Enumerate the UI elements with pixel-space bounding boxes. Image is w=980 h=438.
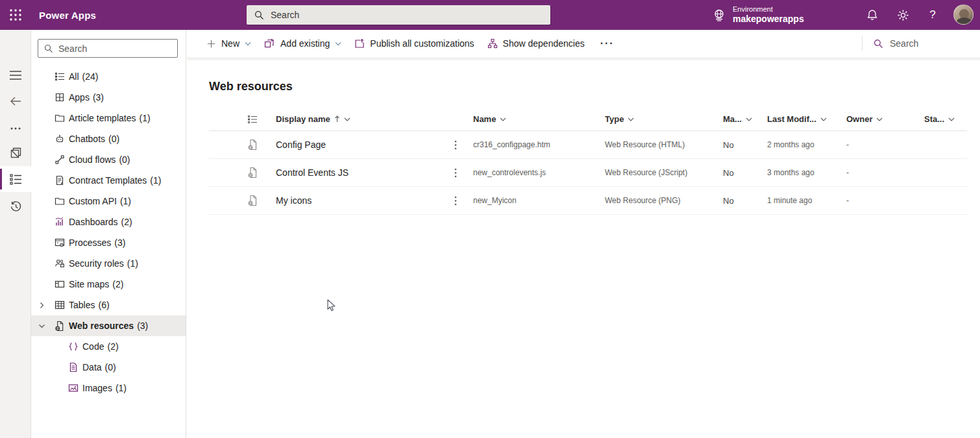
- dependencies-icon: [487, 38, 498, 49]
- cell-last-modified: 1 minute ago: [767, 196, 846, 205]
- arrow-left-icon: [10, 96, 21, 106]
- column-header-type[interactable]: Type: [605, 114, 723, 124]
- nav-search-input[interactable]: [58, 43, 169, 54]
- cell-display-name[interactable]: Control Events JS: [276, 167, 449, 178]
- nav-item-site-maps[interactable]: Site maps(2): [31, 274, 186, 295]
- solutions-objects-button[interactable]: [0, 166, 31, 192]
- content-area: Web resources Display name Name: [187, 80, 980, 215]
- show-dependencies-button[interactable]: Show dependencies: [487, 30, 585, 57]
- nav-item-images[interactable]: Images(1): [31, 378, 186, 398]
- column-header-managed[interactable]: Ma...: [723, 114, 767, 124]
- vertical-ellipsis-icon: [454, 196, 457, 206]
- nav-item-dashboards[interactable]: Dashboards(2): [31, 212, 186, 232]
- page-title: Web resources: [209, 80, 980, 93]
- nav-item-security-roles[interactable]: Security roles(1): [31, 253, 186, 274]
- nav-item-processes[interactable]: Processes(3): [31, 232, 186, 253]
- objects-nav-panel: All(24) Apps(3) Article templates(1): [31, 30, 186, 438]
- vertical-ellipsis-icon: [454, 168, 457, 178]
- user-avatar[interactable]: [953, 5, 974, 25]
- nav-item-contract-templates[interactable]: Contract Templates(1): [31, 170, 186, 191]
- rail-more-button[interactable]: [0, 116, 31, 141]
- environment-picker[interactable]: Environment makepowerapps: [712, 0, 804, 30]
- row-more-button[interactable]: [449, 165, 462, 180]
- table-row[interactable]: Config Page cr316_configpage.htm Web Res…: [209, 131, 967, 159]
- environment-label: Environment: [733, 5, 804, 14]
- environment-texts: Environment makepowerapps: [733, 5, 804, 25]
- history-icon: [10, 201, 22, 213]
- column-header-status[interactable]: Sta...: [924, 114, 967, 124]
- nav-item-apps[interactable]: Apps(3): [31, 87, 186, 108]
- table-icon: [55, 300, 65, 310]
- column-header-display-name[interactable]: Display name: [276, 114, 449, 124]
- chevron-down-icon: [335, 42, 341, 46]
- nav-item-cloud-flows[interactable]: Cloud flows(0): [31, 149, 186, 170]
- image-icon: [68, 383, 79, 393]
- cell-display-name[interactable]: My icons: [276, 195, 449, 206]
- add-existing-button[interactable]: Add existing: [264, 30, 341, 57]
- cell-last-modified: 2 months ago: [767, 140, 846, 149]
- back-button[interactable]: [0, 88, 31, 114]
- command-overflow-button[interactable]: ···: [600, 38, 615, 49]
- row-more-button[interactable]: [449, 193, 462, 208]
- new-button[interactable]: New: [206, 30, 251, 57]
- cell-display-name[interactable]: Config Page: [276, 140, 449, 150]
- chevron-down-icon: [245, 42, 251, 46]
- nav-item-web-resources[interactable]: Web resources(3): [31, 315, 186, 336]
- command-bar-divider: [862, 36, 863, 51]
- header-select-all[interactable]: [209, 114, 276, 125]
- apps-icon: [55, 92, 65, 103]
- chevron-down-icon[interactable]: [36, 321, 47, 331]
- column-header-owner[interactable]: Owner: [846, 114, 924, 124]
- command-bar: New Add existing Publish all customizati…: [187, 30, 980, 57]
- nav-search[interactable]: [38, 39, 178, 58]
- chevron-down-icon: [500, 117, 506, 121]
- history-button[interactable]: [0, 193, 31, 219]
- cell-owner: -: [846, 196, 924, 205]
- cell-owner: -: [846, 140, 924, 149]
- nav-item-code[interactable]: Code(2): [31, 336, 186, 357]
- table-row[interactable]: My icons new_Myicon Web Resource (PNG) N…: [209, 187, 967, 215]
- notifications-button[interactable]: [859, 0, 885, 30]
- hamburger-menu-button[interactable]: [0, 62, 31, 88]
- nav-item-chatbots[interactable]: Chatbots(0): [31, 128, 186, 149]
- global-search-input[interactable]: [271, 10, 530, 20]
- column-header-last-modified[interactable]: Last Modif...: [767, 114, 846, 124]
- vertical-ellipsis-icon: [454, 140, 457, 150]
- folder-icon: [55, 196, 65, 206]
- chevron-down-icon: [820, 117, 827, 121]
- nav-item-data[interactable]: Data(0): [31, 357, 186, 378]
- column-header-name[interactable]: Name: [473, 114, 605, 124]
- help-button[interactable]: ?: [920, 0, 946, 30]
- command-bar-search-input[interactable]: [890, 38, 961, 49]
- pages-button[interactable]: [0, 140, 31, 165]
- web-resources-table: Display name Name Type Ma...: [209, 108, 967, 215]
- process-icon: [55, 237, 65, 248]
- chatbot-icon: [55, 134, 65, 144]
- settings-button[interactable]: [890, 0, 916, 30]
- command-bar-search[interactable]: [874, 30, 961, 57]
- chevron-down-icon: [948, 117, 955, 121]
- chevron-right-icon[interactable]: [36, 300, 47, 310]
- plus-icon: [206, 39, 216, 49]
- sitemap-icon: [55, 279, 65, 289]
- dashboard-icon: [55, 217, 65, 227]
- folder-icon: [55, 113, 65, 123]
- nav-item-all[interactable]: All(24): [31, 66, 186, 87]
- contract-icon: [55, 175, 65, 186]
- code-icon: [68, 341, 79, 352]
- cell-name: cr316_configpage.htm: [473, 140, 605, 149]
- web-resource-icon: [55, 321, 65, 331]
- row-more-button[interactable]: [449, 137, 462, 152]
- waffle-menu-button[interactable]: [0, 0, 31, 30]
- publish-all-button[interactable]: Publish all customizations: [354, 30, 474, 57]
- global-search[interactable]: [247, 5, 550, 25]
- command-bar-divider-band: [187, 57, 980, 60]
- nav-item-custom-api[interactable]: Custom API(1): [31, 191, 186, 212]
- table-header-row: Display name Name Type Ma...: [209, 108, 967, 131]
- ellipsis-icon: [10, 127, 21, 130]
- cell-type: Web Resource (JScript): [605, 168, 723, 177]
- nav-item-tables[interactable]: Tables(6): [31, 295, 186, 315]
- table-row[interactable]: Control Events JS new_controlevents.js W…: [209, 159, 967, 187]
- list-icon: [247, 114, 258, 125]
- nav-item-article-templates[interactable]: Article templates(1): [31, 108, 186, 128]
